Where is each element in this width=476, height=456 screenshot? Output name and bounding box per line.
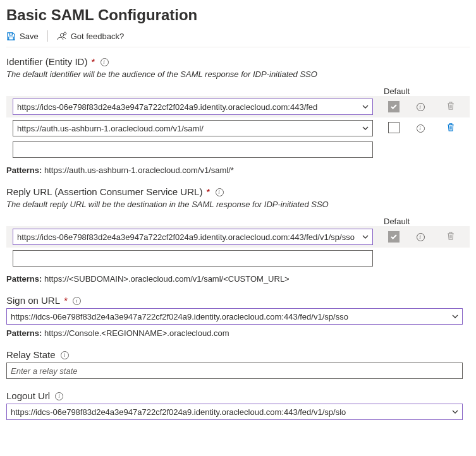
patterns-label: Patterns: [6, 165, 42, 175]
info-icon[interactable]: i [417, 233, 425, 241]
signon-label: Sign on URL * i [6, 295, 470, 306]
patterns-value: https://auth.us-ashburn-1.oraclecloud.co… [44, 165, 234, 175]
reply-row-blank [6, 248, 470, 269]
identifier-field-1[interactable] [13, 120, 373, 136]
identifier-row: i [6, 117, 470, 139]
info-icon[interactable]: i [61, 351, 69, 359]
identifier-input-blank[interactable] [13, 141, 373, 158]
patterns-label: Patterns: [6, 328, 42, 338]
reply-field-0[interactable] [13, 229, 373, 245]
signon-patterns: Patterns: https://Console.<REGIONNAME>.o… [6, 328, 470, 338]
save-button[interactable]: Save [6, 32, 39, 41]
logout-field[interactable] [6, 404, 463, 420]
info-icon[interactable]: i [417, 124, 425, 133]
required-star: * [61, 295, 68, 306]
reply-field-blank[interactable] [13, 250, 373, 267]
default-checkbox-0 [388, 101, 400, 112]
identifier-patterns: Patterns: https://auth.us-ashburn-1.orac… [6, 165, 470, 175]
relay-field[interactable] [6, 363, 463, 379]
logout-label: Logout Url i [6, 390, 470, 401]
info-icon[interactable]: i [101, 58, 109, 66]
reply-label-text: Reply URL (Assertion Consumer Service UR… [6, 186, 202, 197]
page-title: Basic SAML Configuration [6, 6, 470, 24]
reply-row: i [6, 226, 470, 248]
feedback-label: Got feedback? [71, 32, 125, 41]
identifier-row-blank [6, 139, 470, 160]
feedback-icon [57, 32, 67, 41]
relay-label-text: Relay State [6, 349, 56, 360]
reply-table: Default i [6, 217, 470, 269]
default-column-header: Default [381, 217, 406, 226]
reply-desc: The default reply URL will be the destin… [6, 200, 470, 209]
reply-patterns: Patterns: https://<SUBDOMAIN>.oracleclou… [6, 274, 470, 284]
identifier-input-1[interactable] [13, 120, 373, 136]
save-label: Save [20, 32, 39, 41]
patterns-label: Patterns: [6, 274, 42, 284]
info-icon[interactable]: i [73, 297, 81, 305]
delete-icon [446, 101, 455, 111]
signon-label-text: Sign on URL [6, 295, 60, 306]
logout-label-text: Logout Url [6, 390, 50, 401]
identifier-label-text: Identifier (Entity ID) [6, 56, 87, 67]
default-checkbox-0 [388, 231, 400, 243]
save-icon [6, 32, 16, 41]
patterns-value: https://Console.<REGIONNAME>.oraclecloud… [44, 328, 229, 338]
signon-input[interactable] [6, 308, 463, 325]
delete-icon[interactable] [446, 123, 455, 132]
identifier-row: i [6, 96, 470, 117]
signon-field[interactable] [6, 308, 463, 325]
feedback-button[interactable]: Got feedback? [57, 32, 125, 41]
identifier-field-blank[interactable] [13, 141, 373, 158]
identifier-desc: The default identifier will be the audie… [6, 69, 470, 79]
reply-input-0[interactable] [13, 229, 373, 245]
required-star: * [204, 186, 210, 197]
reply-label: Reply URL (Assertion Consumer Service UR… [6, 186, 470, 197]
identifier-input-0[interactable] [13, 99, 373, 115]
default-column-header: Default [381, 87, 406, 96]
relay-label: Relay State i [6, 349, 470, 360]
reply-input-blank[interactable] [13, 250, 373, 267]
toolbar-separator [47, 30, 48, 42]
info-icon[interactable]: i [55, 392, 63, 400]
toolbar: Save Got feedback? [6, 28, 470, 47]
patterns-value: https://<SUBDOMAIN>.oraclecloud.com/v1/s… [44, 274, 290, 284]
required-star: * [88, 56, 95, 67]
info-icon[interactable]: i [216, 188, 224, 196]
identifier-table: Default i [6, 87, 470, 160]
logout-input[interactable] [6, 404, 463, 420]
identifier-field-0[interactable] [13, 99, 373, 115]
default-checkbox-1[interactable] [388, 122, 400, 133]
delete-icon [446, 231, 455, 241]
info-icon[interactable]: i [417, 103, 425, 111]
identifier-label: Identifier (Entity ID) * i [6, 56, 470, 67]
